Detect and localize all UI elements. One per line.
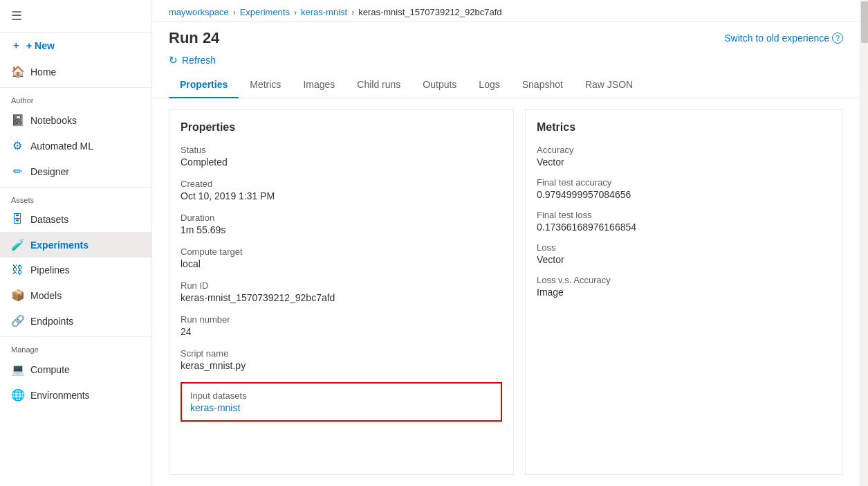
tab-logs[interactable]: Logs bbox=[468, 72, 510, 98]
metric-final-test-loss-value: 0.17366168976166854 bbox=[537, 222, 831, 233]
home-icon: 🏠 bbox=[11, 65, 24, 78]
sidebar-item-compute[interactable]: 💻 Compute bbox=[0, 357, 151, 382]
manage-section-label: Manage bbox=[0, 340, 151, 357]
prop-created-label: Created bbox=[181, 179, 502, 189]
author-section-label: Author bbox=[0, 91, 151, 107]
environments-icon: 🌐 bbox=[11, 388, 24, 402]
compute-icon: 💻 bbox=[11, 363, 24, 376]
prop-run-id-value: keras-mnist_1570739212_92bc7afd bbox=[181, 292, 502, 303]
designer-icon: ✏ bbox=[11, 165, 24, 178]
properties-title: Properties bbox=[181, 121, 502, 134]
breadcrumb-sep-1: › bbox=[233, 8, 236, 17]
breadcrumb-experiments[interactable]: Experiments bbox=[240, 7, 290, 17]
metric-accuracy-label: Accuracy bbox=[537, 145, 831, 155]
scrollbar-thumb[interactable] bbox=[861, 1, 868, 43]
prop-compute-target: Compute target local bbox=[181, 246, 502, 269]
sidebar-item-models[interactable]: 📦 Models bbox=[0, 282, 151, 308]
refresh-button[interactable]: ↻ Refresh bbox=[152, 51, 860, 72]
page-title: Run 24 bbox=[169, 29, 219, 47]
prop-run-number: Run number 24 bbox=[181, 314, 502, 337]
pipelines-icon: ⛓ bbox=[11, 264, 24, 276]
automated-ml-icon: ⚙ bbox=[11, 139, 24, 152]
main-content: mayworkspace › Experiments › keras-mnist… bbox=[152, 0, 860, 486]
tab-snapshot[interactable]: Snapshot bbox=[511, 72, 574, 98]
breadcrumb-sep-3: › bbox=[351, 8, 354, 17]
breadcrumb-keras-mnist[interactable]: keras-mnist bbox=[301, 7, 347, 17]
breadcrumb-workspace[interactable]: mayworkspace bbox=[169, 7, 229, 17]
prop-status-label: Status bbox=[181, 145, 502, 155]
metric-final-test-accuracy-label: Final test accuracy bbox=[537, 177, 831, 188]
endpoints-icon: 🔗 bbox=[11, 314, 24, 327]
metric-accuracy: Accuracy Vector bbox=[537, 145, 831, 168]
prop-status-value: Completed bbox=[181, 156, 502, 168]
tab-metrics[interactable]: Metrics bbox=[239, 72, 292, 98]
prop-run-id: Run ID keras-mnist_1570739212_92bc7afd bbox=[181, 280, 502, 303]
properties-panel: Properties Status Completed Created Oct … bbox=[169, 109, 514, 475]
tab-child-runs[interactable]: Child runs bbox=[346, 72, 412, 98]
metric-final-test-loss: Final test loss 0.17366168976166854 bbox=[537, 210, 831, 233]
content-area: Properties Status Completed Created Oct … bbox=[152, 98, 860, 486]
prop-script-name: Script name keras_mnist.py bbox=[181, 348, 502, 371]
prop-run-number-label: Run number bbox=[181, 314, 502, 325]
tab-bar: Properties Metrics Images Child runs Out… bbox=[152, 72, 860, 98]
input-datasets-box: Input datasets keras-mnist bbox=[181, 382, 502, 422]
tab-images[interactable]: Images bbox=[292, 72, 346, 98]
new-icon: ＋ bbox=[11, 39, 21, 52]
prop-compute-target-value: local bbox=[181, 258, 502, 269]
refresh-icon: ↻ bbox=[169, 54, 178, 66]
metric-loss-value: Vector bbox=[537, 254, 831, 265]
tab-properties[interactable]: Properties bbox=[169, 72, 239, 98]
prop-duration-label: Duration bbox=[181, 213, 502, 223]
sidebar-item-pipelines[interactable]: ⛓ Pipelines bbox=[0, 258, 151, 282]
sidebar-item-endpoints[interactable]: 🔗 Endpoints bbox=[0, 308, 151, 334]
metric-loss-vs-accuracy-label: Loss v.s. Accuracy bbox=[537, 275, 831, 285]
sidebar-hamburger[interactable]: ☰ bbox=[0, 0, 151, 33]
metric-loss: Loss Vector bbox=[537, 242, 831, 265]
datasets-icon: 🗄 bbox=[11, 213, 24, 226]
tab-raw-json[interactable]: Raw JSON bbox=[574, 72, 644, 98]
sidebar-item-designer[interactable]: ✏ Designer bbox=[0, 159, 151, 184]
sidebar-item-experiments[interactable]: 🧪 Experiments bbox=[0, 232, 151, 258]
sidebar-item-datasets[interactable]: 🗄 Datasets bbox=[0, 207, 151, 232]
breadcrumb-current: keras-mnist_1570739212_92bc7afd bbox=[358, 7, 501, 17]
sidebar-item-notebooks[interactable]: 📓 Notebooks bbox=[0, 107, 151, 133]
info-icon: ? bbox=[832, 33, 843, 44]
hamburger-icon: ☰ bbox=[11, 8, 22, 24]
prop-duration: Duration 1m 55.69s bbox=[181, 213, 502, 235]
sidebar-item-environments[interactable]: 🌐 Environments bbox=[0, 382, 151, 408]
metric-final-test-loss-label: Final test loss bbox=[537, 210, 831, 220]
prop-script-name-value: keras_mnist.py bbox=[181, 360, 502, 371]
metric-final-test-accuracy: Final test accuracy 0.9794999957084656 bbox=[537, 177, 831, 200]
metric-loss-vs-accuracy-value: Image bbox=[537, 287, 831, 298]
prop-script-name-label: Script name bbox=[181, 348, 502, 359]
notebooks-icon: 📓 bbox=[11, 114, 24, 127]
prop-created-value: Oct 10, 2019 1:31 PM bbox=[181, 190, 502, 201]
new-button[interactable]: ＋ + New bbox=[0, 33, 151, 59]
assets-section-label: Assets bbox=[0, 190, 151, 207]
metrics-title: Metrics bbox=[537, 121, 831, 134]
metrics-panel: Metrics Accuracy Vector Final test accur… bbox=[525, 109, 843, 475]
tab-outputs[interactable]: Outputs bbox=[412, 72, 468, 98]
models-icon: 📦 bbox=[11, 289, 24, 302]
breadcrumb-sep-2: › bbox=[294, 8, 297, 17]
metric-loss-vs-accuracy: Loss v.s. Accuracy Image bbox=[537, 275, 831, 298]
sidebar-item-automated-ml[interactable]: ⚙ Automated ML bbox=[0, 133, 151, 159]
prop-compute-target-label: Compute target bbox=[181, 246, 502, 257]
prop-created: Created Oct 10, 2019 1:31 PM bbox=[181, 179, 502, 201]
prop-run-number-value: 24 bbox=[181, 326, 502, 337]
prop-run-id-label: Run ID bbox=[181, 280, 502, 291]
metric-final-test-accuracy-value: 0.9794999957084656 bbox=[537, 189, 831, 200]
sidebar-item-home[interactable]: 🏠 Home bbox=[0, 59, 151, 84]
scrollbar[interactable] bbox=[860, 0, 868, 486]
prop-status: Status Completed bbox=[181, 145, 502, 168]
input-datasets-link[interactable]: keras-mnist bbox=[190, 402, 492, 413]
page-header: Run 24 Switch to old experience ? bbox=[152, 22, 860, 51]
prop-duration-value: 1m 55.69s bbox=[181, 224, 502, 235]
breadcrumb: mayworkspace › Experiments › keras-mnist… bbox=[152, 0, 860, 22]
sidebar: ☰ ＋ + New 🏠 Home Author 📓 Notebooks ⚙ Au… bbox=[0, 0, 152, 486]
metric-loss-label: Loss bbox=[537, 242, 831, 253]
metric-accuracy-value: Vector bbox=[537, 156, 831, 168]
switch-experience-button[interactable]: Switch to old experience ? bbox=[724, 33, 843, 44]
experiments-icon: 🧪 bbox=[11, 238, 24, 251]
input-datasets-label: Input datasets bbox=[190, 390, 492, 401]
